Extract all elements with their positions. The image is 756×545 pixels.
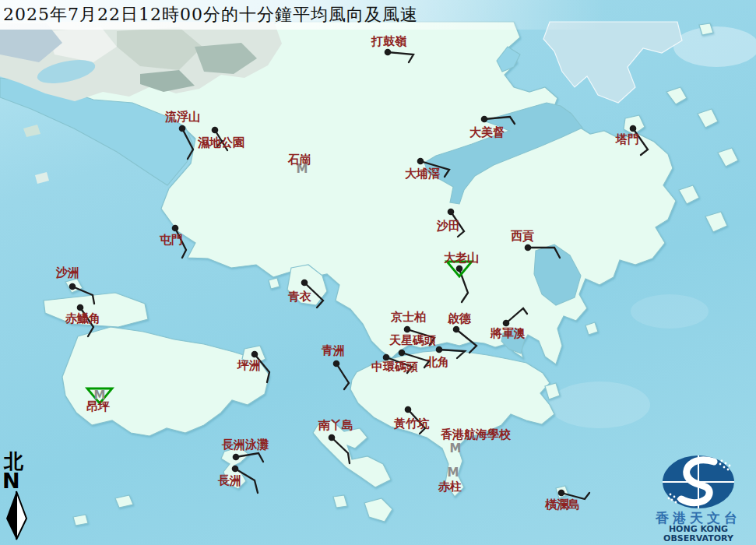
station-label: 大老山 bbox=[444, 252, 479, 264]
station-label: 青衣 bbox=[288, 291, 311, 303]
station-label: 西貢 bbox=[511, 230, 534, 242]
station-label: 昂坪 bbox=[86, 401, 110, 413]
hko-logo: 香港天文台 HONG KONG OBSERVATORY bbox=[642, 454, 754, 543]
station-label: 打鼓嶺 bbox=[371, 36, 406, 47]
station-label: 長洲 bbox=[218, 475, 241, 487]
station-label: 中環碼頭 bbox=[371, 361, 418, 373]
station-label: 坪洲 bbox=[237, 360, 261, 371]
station-label: 石崗 bbox=[288, 154, 311, 166]
station-label: 京士柏 bbox=[391, 311, 426, 323]
station-label: 青洲 bbox=[322, 345, 345, 357]
station-label: 屯門 bbox=[160, 234, 183, 246]
compass: 北 N bbox=[2, 452, 33, 540]
station-label: 赤柱 bbox=[438, 481, 462, 493]
north-arrow-icon bbox=[2, 490, 30, 540]
station-label: 橫瀾島 bbox=[545, 499, 580, 511]
hko-logo-chinese-name: 香港天文台 bbox=[642, 511, 754, 525]
station-label: 塔門 bbox=[616, 134, 639, 146]
station-label: 赤鱲角 bbox=[65, 313, 100, 325]
compass-north-letter: N bbox=[2, 472, 33, 490]
station-label: 啟德 bbox=[448, 313, 471, 325]
station-label: 濕地公園 bbox=[198, 137, 244, 149]
station-label: 沙洲 bbox=[56, 267, 79, 279]
station-label: 天星碼頭 bbox=[389, 335, 436, 346]
station-label: 將軍澳 bbox=[491, 328, 526, 339]
station-label: 大埔滘 bbox=[405, 168, 440, 180]
station-label: 長洲泳灘 bbox=[222, 439, 269, 451]
hko-logo-icon bbox=[659, 454, 737, 510]
station-label: 北角 bbox=[426, 357, 449, 368]
station-label: 南丫島 bbox=[318, 420, 353, 431]
station-label: 大美督 bbox=[469, 127, 505, 139]
station-label: 香港航海學校 bbox=[441, 429, 511, 441]
station-label: 黃竹坑 bbox=[394, 418, 429, 430]
hko-logo-english-name: HONG KONG OBSERVATORY bbox=[642, 525, 754, 543]
station-label: 沙田 bbox=[437, 220, 460, 232]
wind-map: MMMM 2025年7月22日12時00分的十分鐘平均風向及風速 打鼓嶺流浮山濕… bbox=[0, 0, 756, 545]
station-label: 流浮山 bbox=[165, 111, 200, 123]
